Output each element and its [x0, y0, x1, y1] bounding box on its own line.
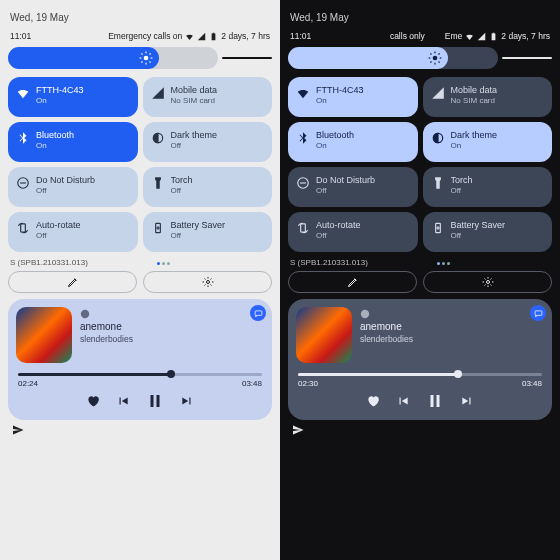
svg-rect-39 — [535, 310, 542, 315]
media-card[interactable]: anemone slenderbodies 02:3003:48 — [288, 299, 552, 420]
spotify-icon — [80, 309, 90, 319]
send-icon[interactable] — [12, 424, 24, 436]
status-bar: 11:01 calls only Eme 2 days, 7 hrs — [288, 29, 552, 45]
gear-icon — [482, 276, 494, 288]
status-network-text: Emergency calls on — [108, 31, 182, 41]
like-button[interactable] — [366, 394, 380, 410]
signal-icon — [477, 32, 486, 41]
media-artist: slenderbodies — [80, 334, 264, 344]
tile-label: Torch — [451, 175, 473, 186]
tile-state: Off — [171, 141, 218, 151]
media-artist: slenderbodies — [360, 334, 544, 344]
prev-button[interactable] — [396, 394, 410, 410]
date-label: Wed, 19 May — [288, 6, 552, 29]
total-time: 03:48 — [522, 379, 542, 388]
status-bar: 11:01 Emergency calls on 2 days, 7 hrs — [8, 29, 272, 45]
brightness-slider[interactable] — [8, 47, 272, 69]
tile-bluetooth[interactable]: BluetoothOn — [8, 122, 138, 162]
svg-line-8 — [150, 53, 151, 54]
date-label: Wed, 19 May — [8, 6, 272, 29]
torch-icon — [151, 176, 165, 190]
album-art — [16, 307, 72, 363]
tile-state: Off — [451, 231, 506, 241]
pause-button[interactable] — [426, 392, 444, 412]
edit-button[interactable] — [288, 271, 417, 293]
settings-button[interactable] — [423, 271, 552, 293]
tile-torch[interactable]: TorchOff — [143, 167, 273, 207]
progress-slider[interactable] — [18, 373, 262, 376]
page-dots[interactable] — [156, 258, 171, 267]
svg-line-6 — [150, 62, 151, 63]
auto-rotate-icon — [296, 221, 310, 235]
cast-icon — [254, 309, 263, 318]
pause-icon — [426, 392, 444, 410]
tile-label: Dark theme — [451, 130, 498, 141]
tile-dark-theme[interactable]: Dark themeOff — [143, 122, 273, 162]
tile-torch[interactable]: TorchOff — [423, 167, 553, 207]
elapsed-time: 02:24 — [18, 379, 38, 388]
tile-mobile-data[interactable]: Mobile dataNo SIM card — [423, 77, 553, 117]
settings-button[interactable] — [143, 271, 272, 293]
spotify-icon — [360, 309, 370, 319]
next-button[interactable] — [180, 394, 194, 410]
signal-icon — [151, 86, 165, 100]
svg-line-29 — [430, 62, 431, 63]
tile-dark-theme[interactable]: Dark themeOn — [423, 122, 553, 162]
svg-line-30 — [438, 53, 439, 54]
total-time: 03:48 — [242, 379, 262, 388]
skip-next-icon — [180, 394, 194, 408]
tile-state: Off — [316, 231, 361, 241]
tile-wifi[interactable]: FTTH-4C43On — [288, 77, 418, 117]
battery-icon — [489, 32, 498, 41]
svg-point-0 — [144, 56, 149, 61]
next-button[interactable] — [460, 394, 474, 410]
like-button[interactable] — [86, 394, 100, 410]
page-dots[interactable] — [436, 258, 451, 267]
tile-dnd[interactable]: Do Not DisturbOff — [8, 167, 138, 207]
light-panel: Wed, 19 May 11:01 Emergency calls on 2 d… — [0, 0, 280, 560]
tile-label: Do Not Disturb — [316, 175, 375, 186]
tile-mobile-data[interactable]: Mobile dataNo SIM card — [143, 77, 273, 117]
heart-icon — [86, 394, 100, 408]
svg-line-27 — [430, 53, 431, 54]
tile-label: Torch — [171, 175, 193, 186]
cast-button[interactable] — [530, 305, 546, 321]
svg-rect-43 — [437, 395, 440, 407]
tile-battery-saver[interactable]: Battery SaverOff — [143, 212, 273, 252]
media-card[interactable]: anemone slenderbodies 02:2403:48 — [8, 299, 272, 420]
svg-rect-42 — [431, 395, 434, 407]
status-time: 11:01 — [290, 31, 311, 41]
pause-button[interactable] — [146, 392, 164, 412]
tile-label: Dark theme — [171, 130, 218, 141]
edit-button[interactable] — [8, 271, 137, 293]
elapsed-time: 02:30 — [298, 379, 318, 388]
torch-icon — [431, 176, 445, 190]
brightness-tail — [502, 57, 552, 59]
progress-slider[interactable] — [298, 373, 542, 376]
prev-button[interactable] — [116, 394, 130, 410]
gear-icon — [202, 276, 214, 288]
svg-rect-17 — [255, 310, 262, 315]
cast-button[interactable] — [250, 305, 266, 321]
status-time: 11:01 — [10, 31, 31, 41]
tile-bluetooth[interactable]: BluetoothOn — [288, 122, 418, 162]
dnd-icon — [296, 176, 310, 190]
tile-dnd[interactable]: Do Not DisturbOff — [288, 167, 418, 207]
tile-state: On — [451, 141, 498, 151]
dark-panel: Wed, 19 May 11:01 calls only Eme 2 days,… — [280, 0, 560, 560]
tile-state: On — [316, 141, 354, 151]
build-label: S (SPB1.210331.013) — [10, 258, 88, 267]
tiles-grid: FTTH-4C43On Mobile dataNo SIM card Bluet… — [8, 77, 272, 252]
send-icon[interactable] — [292, 424, 304, 436]
tile-auto-rotate[interactable]: Auto-rotateOff — [8, 212, 138, 252]
tile-state: No SIM card — [451, 96, 498, 106]
tile-auto-rotate[interactable]: Auto-rotateOff — [288, 212, 418, 252]
brightness-slider[interactable] — [288, 47, 552, 69]
tile-wifi[interactable]: FTTH-4C43On — [8, 77, 138, 117]
send-icon-row — [288, 424, 552, 438]
tile-state: Off — [36, 231, 81, 241]
status-battery-text: 2 days, 7 hrs — [221, 31, 270, 41]
tile-battery-saver[interactable]: Battery SaverOff — [423, 212, 553, 252]
dark-theme-icon — [151, 131, 165, 145]
tile-label: Mobile data — [171, 85, 218, 96]
